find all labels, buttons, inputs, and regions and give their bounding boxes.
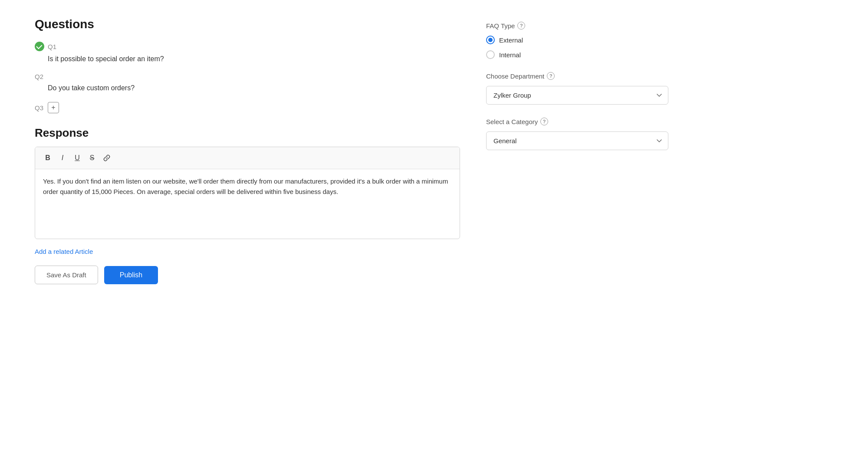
response-section: Response B I U S Yes. If you don't find … [35, 126, 460, 239]
choose-department-section: Choose Department ? Zylker Group Sales S… [486, 72, 668, 105]
editor-container: B I U S Yes. If you don't find an item l… [35, 147, 460, 239]
q2-text: Do you take custom orders? [35, 83, 460, 93]
link-button[interactable] [100, 151, 113, 164]
category-help-icon: ? [540, 118, 548, 125]
faq-type-help-icon: ? [517, 22, 525, 30]
radio-internal[interactable]: Internal [486, 50, 668, 59]
q1-label-row: Q1 [35, 42, 460, 51]
question-item-q1: Q1 Is it possible to special order an it… [35, 42, 460, 64]
left-panel: Questions Q1 Is it possible to special o… [35, 17, 460, 284]
italic-button[interactable]: I [56, 151, 69, 164]
q3-label: Q3 [35, 104, 43, 112]
publish-button[interactable]: Publish [104, 266, 158, 284]
department-help-icon: ? [547, 72, 555, 80]
q1-text: Is it possible to special order an item? [35, 54, 460, 64]
q2-label-row: Q2 [35, 73, 460, 80]
radio-internal-circle [486, 50, 495, 59]
right-panel: FAQ Type ? External Internal Choose [486, 17, 668, 284]
add-question-button[interactable]: + [48, 102, 59, 113]
add-related-article-link[interactable]: Add a related Article [35, 248, 93, 255]
questions-title: Questions [35, 17, 460, 31]
response-title: Response [35, 126, 460, 140]
q2-label: Q2 [35, 73, 43, 80]
bold-button[interactable]: B [41, 151, 54, 164]
q3-add-row: Q3 + [35, 102, 460, 113]
faq-type-radio-group: External Internal [486, 36, 668, 59]
choose-department-label: Choose Department ? [486, 72, 668, 80]
select-category-label: Select a Category ? [486, 118, 668, 125]
select-category-section: Select a Category ? General Orders Shipp… [486, 118, 668, 150]
radio-external-label: External [499, 36, 523, 44]
radio-internal-label: Internal [499, 51, 521, 59]
q1-label: Q1 [48, 43, 56, 50]
radio-external[interactable]: External [486, 36, 668, 44]
action-buttons: Save As Draft Publish [35, 266, 460, 284]
faq-type-section: FAQ Type ? External Internal [486, 22, 668, 59]
question-item-q2: Q2 Do you take custom orders? [35, 73, 460, 93]
radio-external-circle [486, 36, 495, 44]
department-select[interactable]: Zylker Group Sales Support Engineering [486, 86, 668, 105]
underline-button[interactable]: U [71, 151, 84, 164]
editor-toolbar: B I U S [35, 147, 460, 169]
question-item-q3: Q3 + [35, 102, 460, 113]
main-container: Questions Q1 Is it possible to special o… [0, 0, 868, 302]
q1-check-icon [35, 42, 44, 51]
save-draft-button[interactable]: Save As Draft [35, 266, 98, 284]
category-select[interactable]: General Orders Shipping Returns [486, 131, 668, 150]
faq-type-label: FAQ Type ? [486, 22, 668, 30]
response-editor[interactable]: Yes. If you don't find an item listen on… [35, 169, 460, 239]
strikethrough-button[interactable]: S [85, 151, 99, 164]
